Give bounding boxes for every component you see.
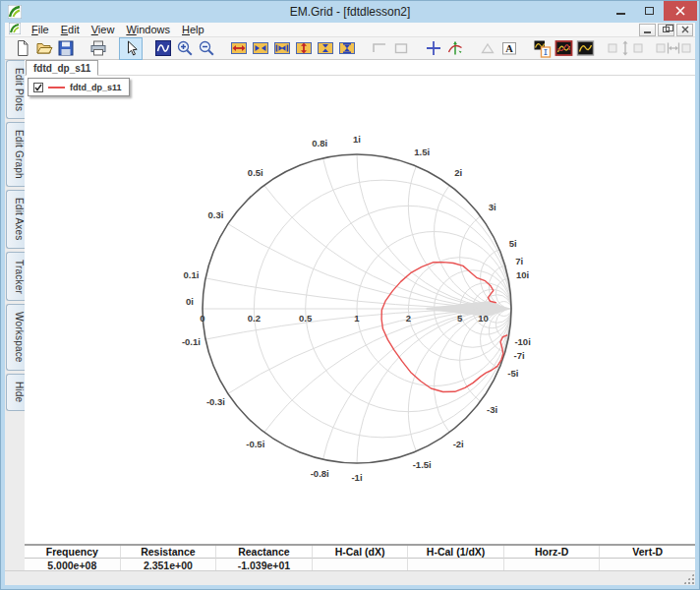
resistance-label: 0	[200, 313, 204, 324]
reactance-label: -2i	[453, 439, 464, 449]
expand-x-icon	[230, 39, 248, 57]
sidebar-tab-hide[interactable]: Hide	[6, 374, 25, 410]
reactance-label: 1.5i	[414, 147, 430, 157]
zoom-box-icon	[371, 39, 388, 57]
resistance-label: 10	[478, 313, 489, 324]
reactance-label: 1i	[353, 134, 361, 145]
legend-box: fdtd_dp_s11	[28, 78, 130, 96]
trace-fdtd_dp_s11	[381, 263, 506, 392]
reactance-label: 7i	[515, 256, 523, 266]
tracker-tool-icon	[446, 39, 464, 57]
select-cursor-icon	[122, 39, 140, 57]
minimize-button[interactable]	[607, 1, 635, 21]
resistance-label: 1	[354, 313, 360, 324]
legend-label: fdtd_dp_s11	[70, 83, 122, 92]
add-marker-button[interactable]	[423, 38, 444, 59]
resistance-label: 5	[457, 313, 463, 324]
plot-properties-button[interactable]	[152, 38, 174, 59]
fit-x-button[interactable]	[271, 38, 293, 59]
zoom-out-button[interactable]	[196, 38, 217, 59]
fit-x-icon	[273, 39, 291, 57]
graph-window: fdtd_dp_s11 0i0.1i0.3i0.5i0.8i1i1.5i2i3i…	[25, 60, 695, 570]
print-button[interactable]	[88, 38, 109, 59]
sidebar-tab-strip: Edit PlotsEdit GraphEdit AxesTrackerWork…	[5, 60, 25, 570]
menu-view[interactable]: View	[86, 23, 121, 37]
sidebar-tab-workspace[interactable]: Workspace	[6, 304, 25, 371]
expand-y-button[interactable]	[293, 38, 315, 59]
shrink-y-button[interactable]	[315, 38, 336, 59]
save-file-button[interactable]	[55, 38, 77, 59]
menu-help[interactable]: Help	[176, 23, 210, 37]
legend-line-sample	[48, 87, 65, 88]
document-window-icon	[9, 23, 21, 36]
zoom-in-icon	[176, 39, 194, 57]
reactance-label: 10i	[516, 269, 529, 280]
client-area: Edit PlotsEdit GraphEdit AxesTrackerWork…	[5, 60, 695, 570]
sidebar-tab-edit-plots[interactable]: Edit Plots	[6, 60, 25, 119]
mdi-window-controls	[639, 24, 695, 36]
plot-style-light-button[interactable]	[574, 38, 596, 59]
reactance-label: -3i	[487, 404, 497, 415]
menu-file[interactable]: File	[26, 23, 55, 37]
menu-items: FileEditViewWindowsHelp	[26, 23, 210, 37]
legend-checkbox-checked[interactable]	[33, 83, 43, 92]
readout-col-resistance: Resistance	[121, 546, 217, 559]
readout-col-frequency: Frequency	[25, 546, 121, 559]
select-box-button	[390, 38, 412, 59]
maximize-button[interactable]	[635, 1, 664, 21]
select-box-icon	[392, 39, 410, 57]
reactance-label: -0.3i	[206, 396, 225, 407]
tile-horizontal-group-button	[655, 38, 692, 59]
sidebar-tab-tracker[interactable]: Tracker	[6, 252, 25, 302]
reactance-label: -7i	[514, 350, 525, 361]
add-text-button[interactable]: A	[498, 38, 520, 59]
reactance-label: 0.5i	[248, 167, 263, 178]
status-bar	[5, 570, 695, 585]
mdi-minimize-icon	[644, 31, 651, 33]
menu-edit[interactable]: Edit	[55, 23, 86, 37]
fit-y-icon	[338, 39, 356, 57]
mdi-close-button[interactable]	[676, 24, 693, 36]
readout-col-vert-d: Vert-D	[600, 546, 695, 559]
readout-col-h-cal-dx-: H-Cal (dX)	[313, 546, 409, 559]
shrink-x-button[interactable]	[250, 38, 271, 59]
sidebar-tab-edit-axes[interactable]: Edit Axes	[6, 190, 25, 249]
zoom-in-button[interactable]	[174, 38, 196, 59]
resistance-label: 2	[406, 313, 411, 324]
select-cursor-button[interactable]	[120, 38, 142, 59]
reactance-label: -0.1i	[182, 336, 201, 347]
slope-marker-icon	[479, 39, 496, 57]
readout-col-reactance: Reactance	[216, 546, 313, 559]
new-file-icon	[14, 39, 31, 57]
fit-y-button[interactable]	[336, 38, 358, 59]
expand-y-icon	[295, 39, 313, 57]
expand-x-button[interactable]	[228, 38, 250, 59]
document-tab[interactable]: fdtd_dp_s11	[26, 60, 98, 76]
reactance-label: -10i	[514, 336, 530, 347]
plot-style-light-icon	[576, 39, 595, 57]
smith-chart[interactable]: 0i0.1i0.3i0.5i0.8i1i1.5i2i3i5i7i10i-0.1i…	[25, 76, 697, 544]
print-icon	[89, 39, 107, 57]
plot-style-dark-icon	[554, 39, 573, 57]
plot-style-dark-button[interactable]	[553, 38, 574, 59]
toolbar: ALayout	[5, 37, 695, 60]
mdi-close-icon	[681, 26, 689, 33]
reactance-label: -1i	[351, 472, 362, 483]
zoom-out-icon	[198, 39, 215, 57]
tracker-tool-button[interactable]	[444, 38, 466, 59]
close-button[interactable]	[664, 1, 697, 21]
menu-windows[interactable]: Windows	[120, 23, 176, 37]
reactance-arc-2	[434, 185, 511, 309]
reactance-label: 3i	[489, 202, 496, 212]
add-plot-button[interactable]	[531, 38, 553, 59]
mdi-restore-button[interactable]	[658, 24, 674, 36]
add-plot-icon	[533, 39, 552, 58]
open-file-button[interactable]	[33, 38, 55, 59]
sidebar-tab-edit-graph[interactable]: Edit Graph	[6, 122, 25, 187]
tile-vertical-group-icon	[608, 39, 643, 57]
mdi-minimize-button[interactable]	[639, 24, 656, 36]
tile-vertical-group-button	[607, 38, 644, 59]
readout-col-h-cal-1-dx-: H-Cal (1/dX)	[408, 546, 504, 559]
resize-grip[interactable]	[683, 573, 694, 584]
new-file-button[interactable]	[12, 38, 33, 59]
